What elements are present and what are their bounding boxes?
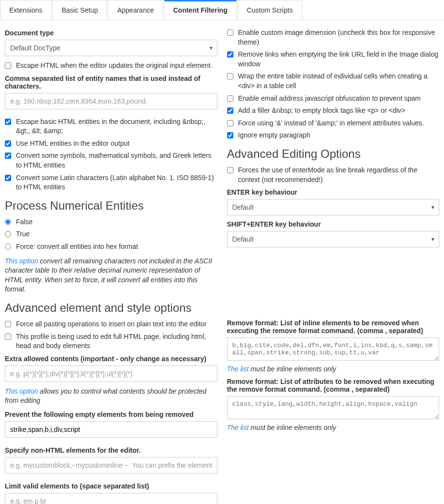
prevent-empty-input[interactable] [5, 421, 217, 438]
force-paste-checkbox[interactable] [5, 321, 11, 327]
remove-links-checkbox[interactable] [227, 51, 233, 58]
right-column: Enable custom image dimension (uncheck t… [227, 25, 440, 504]
force-amp-label: Force using '&' instead of '&amp;' in el… [238, 119, 424, 128]
tab-basic-setup[interactable]: Basic Setup [52, 0, 107, 20]
email-obfus-checkbox[interactable] [227, 95, 233, 102]
force-paste-label: Force all pasting operations to insert o… [16, 320, 207, 329]
escape-html-label: Escape HTML when the editor updates the … [16, 61, 213, 71]
custom-dim-label: Enable custom image dimension (uncheck t… [238, 28, 440, 47]
convert-latin-label: Convert some Latin characters (Latin alp… [16, 173, 217, 192]
convert-symbols-checkbox[interactable] [5, 153, 11, 159]
content-area: Document type Default DocType Escape HTM… [0, 20, 444, 504]
this-option-link-1[interactable]: This option [5, 257, 38, 265]
escape-basic-checkbox[interactable] [5, 119, 11, 125]
enter-label: ENTER key behaviour [227, 188, 440, 196]
radio-false[interactable] [5, 219, 11, 225]
tab-appearance[interactable]: Appearance [108, 0, 163, 20]
escape-html-checkbox[interactable] [5, 62, 11, 69]
convert-latin-checkbox[interactable] [5, 175, 11, 181]
custom-dim-checkbox[interactable] [227, 30, 233, 36]
non-html-input[interactable] [5, 457, 217, 473]
convert-symbols-label: Convert some symbols, mathematical symbo… [16, 151, 217, 170]
radio-force[interactable] [5, 244, 11, 250]
tabs-bar: Extensions Basic Setup Appearance Conten… [0, 0, 444, 20]
protected-note: This option allows you to control what c… [5, 387, 217, 406]
advanced-editing-heading: Advanced Editing Options [227, 147, 440, 161]
shift-enter-select[interactable]: Default [227, 231, 440, 247]
ignore-empty-checkbox[interactable] [227, 132, 233, 138]
remove-format-el-label: Remove format: List of inline elements t… [227, 319, 440, 335]
tab-extensions[interactable]: Extensions [0, 0, 51, 20]
tab-custom-scripts[interactable]: Custom Scripts [238, 0, 302, 20]
remove-links-label: Remove links when emptying the link URL … [238, 50, 440, 69]
this-option-link-2[interactable]: This option [5, 387, 38, 395]
tab-content-filtering[interactable]: Content Filtering [164, 0, 237, 20]
full-page-label: This profile is being used to edit full … [16, 332, 217, 351]
radio-force-label: Force: convert all entities into hex for… [16, 242, 138, 252]
limit-valid-input[interactable] [5, 493, 217, 504]
list-hint-2: The list must be inline elements only [227, 424, 440, 431]
email-obfus-label: Enable email address javascript obfuscat… [238, 94, 421, 104]
remove-format-el-textarea[interactable] [227, 337, 440, 361]
force-enter-checkbox[interactable] [227, 167, 233, 173]
the-list-link-1[interactable]: The list [227, 365, 249, 373]
use-html-entities-label: Use HTML entities in the editor output [16, 139, 130, 149]
entity-list-input[interactable] [5, 93, 217, 109]
radio-true-label: True [16, 229, 30, 239]
full-page-checkbox[interactable] [5, 334, 11, 340]
force-enter-label: Forces the use of enterMode as line brea… [238, 166, 440, 184]
use-html-entities-checkbox[interactable] [5, 140, 11, 147]
shift-enter-label: SHIFT+ENTER key behaviour [227, 220, 440, 228]
advanced-element-heading: Advanced element and style options [5, 301, 217, 315]
radio-false-label: False [16, 217, 32, 227]
add-filler-checkbox[interactable] [227, 107, 233, 114]
list-hint-1: The list must be inline elements only [227, 365, 440, 373]
doc-type-select[interactable]: Default DocType [5, 40, 217, 56]
left-column: Document type Default DocType Escape HTM… [5, 25, 217, 504]
add-filler-label: Add a filler &nbsp; to empty block tags … [238, 106, 406, 116]
escape-basic-label: Escape basic HTML entities in the docume… [16, 117, 217, 136]
extra-allowed-label: Extra allowed contents (important - only… [5, 355, 217, 363]
extra-allowed-input[interactable] [5, 366, 217, 382]
radio-true[interactable] [5, 231, 11, 237]
ignore-empty-label: Ignore empty paragraph [238, 131, 310, 140]
prevent-empty-label: Prevent the following empty elements fro… [5, 411, 217, 418]
process-numerical-heading: Process Numerical Entities [5, 199, 217, 213]
enter-select[interactable]: Default [227, 199, 440, 215]
non-html-label: Specify non-HTML elements for the editor… [5, 446, 217, 454]
limit-valid-label: Limit valid elements to (space separated… [5, 482, 217, 490]
wrap-table-checkbox[interactable] [227, 73, 233, 79]
numerical-note: This option convert all remaining charac… [5, 257, 217, 294]
force-amp-checkbox[interactable] [227, 120, 233, 126]
entity-list-label: Comma separated list of entity names tha… [5, 75, 217, 90]
the-list-link-2[interactable]: The list [227, 424, 249, 431]
doc-type-label: Document type [5, 29, 217, 37]
remove-format-attr-label: Remove format: List of attributes to be … [227, 378, 440, 393]
wrap-table-label: Wrap the entire table instead of individ… [238, 72, 440, 91]
remove-format-attr-textarea[interactable] [227, 396, 440, 419]
